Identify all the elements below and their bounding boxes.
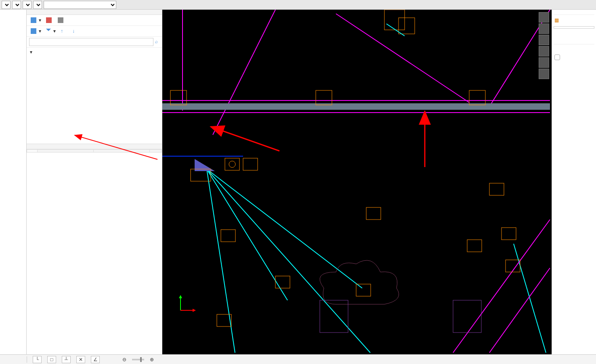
brightness-minus-icon[interactable]: ⊖	[122, 357, 126, 362]
svg-line-20	[489, 268, 550, 353]
col-name	[38, 150, 94, 153]
brightness-plus-icon[interactable]: ⊕	[150, 357, 154, 362]
svg-line-2	[213, 10, 275, 135]
svg-marker-41	[179, 295, 182, 298]
component-list-title	[27, 10, 162, 15]
cad-section	[554, 41, 594, 44]
cad-canvas[interactable]	[162, 10, 552, 354]
onoff-label	[554, 49, 594, 52]
snap-endpoint-icon[interactable]: └	[33, 356, 42, 363]
search-icon[interactable]: ⌕	[153, 38, 159, 46]
svg-line-15	[207, 169, 362, 288]
svg-rect-34	[467, 240, 482, 252]
category-select[interactable]	[12, 1, 21, 9]
search-component-input[interactable]	[29, 38, 153, 46]
properties-title	[27, 144, 162, 149]
svg-rect-32	[502, 228, 516, 240]
sort-button[interactable]: ▾	[30, 27, 42, 35]
svg-rect-11	[384, 10, 405, 30]
svg-rect-30	[366, 207, 381, 220]
svg-marker-43	[193, 309, 196, 312]
library-button[interactable]	[69, 19, 70, 21]
move-up-button[interactable]: ↑	[60, 27, 68, 35]
delete-button[interactable]	[45, 17, 54, 24]
svg-rect-35	[320, 300, 348, 333]
col-value	[94, 150, 150, 153]
svg-rect-36	[453, 300, 481, 333]
component-panel: ▾ ▾ ▾ ↑ ↓ ⌕ ▾	[27, 10, 162, 354]
filter-button[interactable]: ▾	[45, 27, 57, 35]
tree-root[interactable]: ▾	[27, 48, 162, 56]
component-toolbar-1: ▾	[27, 15, 162, 26]
svg-rect-7	[162, 103, 550, 110]
snap-perp-icon[interactable]: ┴	[62, 356, 71, 363]
add-drawing-button[interactable]: ▦	[554, 17, 561, 24]
svg-rect-27	[275, 276, 290, 288]
status-bar: └ □ ┴ ✕ ∠ ⊖ ⊕	[0, 354, 596, 364]
display-hint	[554, 46, 594, 49]
svg-rect-12	[399, 18, 415, 34]
right-panel: ▦	[552, 10, 596, 354]
svg-rect-10	[469, 90, 485, 105]
svg-rect-28	[356, 284, 371, 296]
component-toolbar-2: ▾ ▾ ↑ ↓	[27, 26, 162, 37]
svg-line-38	[211, 127, 279, 151]
layer-select[interactable]	[33, 1, 42, 9]
drawing-select[interactable]	[44, 1, 116, 9]
snap-angle-icon[interactable]: ∠	[91, 356, 100, 363]
drawing-mgr-title	[554, 11, 594, 15]
svg-rect-31	[489, 183, 504, 195]
component-select[interactable]	[23, 1, 31, 9]
svg-rect-21	[225, 158, 239, 170]
properties-grid	[27, 149, 162, 354]
layer-toggle[interactable]	[554, 54, 560, 60]
left-category-list	[0, 10, 27, 354]
move-down-button[interactable]: ↓	[71, 27, 80, 35]
search-drawing-input[interactable]	[554, 26, 594, 29]
component-tree: ▾	[27, 48, 162, 144]
snap-rect-icon[interactable]: □	[47, 356, 56, 363]
svg-rect-23	[243, 158, 258, 170]
view-cube[interactable]	[539, 12, 549, 79]
col-add	[150, 150, 162, 153]
svg-point-22	[229, 161, 235, 167]
svg-line-3	[336, 14, 469, 103]
copy-button[interactable]	[57, 17, 65, 24]
snap-cross-icon[interactable]: ✕	[76, 356, 85, 363]
svg-rect-8	[170, 90, 187, 105]
top-toolbar	[0, 0, 596, 10]
svg-rect-26	[221, 230, 235, 242]
new-button[interactable]: ▾	[30, 17, 42, 24]
brightness-slider[interactable]	[132, 359, 144, 360]
svg-rect-9	[316, 90, 332, 105]
drawing-svg	[162, 10, 552, 354]
domain-select[interactable]	[2, 1, 10, 9]
